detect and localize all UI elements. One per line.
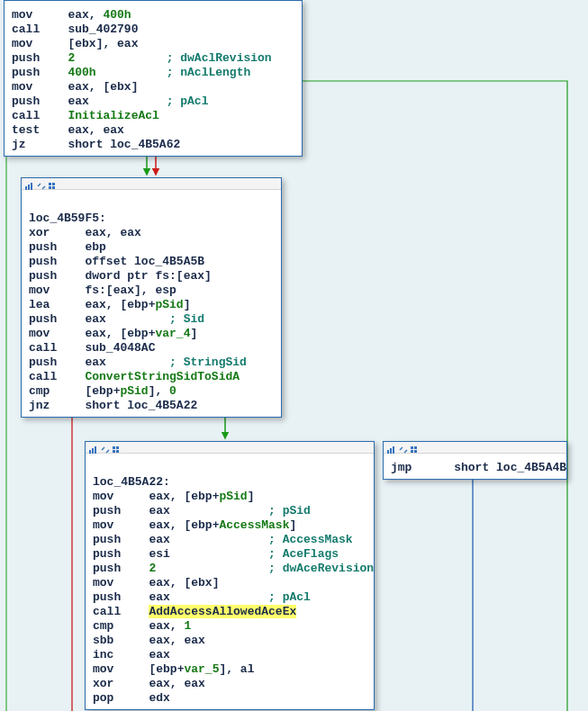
svg-rect-8 <box>92 448 94 454</box>
chart-icon <box>387 444 396 451</box>
svg-rect-16 <box>393 446 394 454</box>
chart-icon <box>89 444 98 451</box>
svg-rect-15 <box>390 448 392 454</box>
svg-rect-18 <box>414 446 417 449</box>
link-icon <box>399 444 408 451</box>
svg-rect-7 <box>89 450 91 454</box>
code-block-0-body: mov eax, 400h call sub_402790 mov [ebx],… <box>5 1 302 156</box>
grid-icon <box>113 444 122 451</box>
svg-rect-3 <box>49 183 51 185</box>
svg-rect-17 <box>411 446 413 449</box>
svg-rect-12 <box>113 450 115 453</box>
block-2-header <box>86 442 374 454</box>
svg-rect-0 <box>25 186 27 190</box>
svg-rect-19 <box>411 450 413 453</box>
code-block-2-body: loc_4B5A22: mov eax, [ebp+pSid] push eax… <box>86 454 374 709</box>
code-block-3[interactable]: jmp short loc_4B5A4B <box>383 441 567 480</box>
code-block-0[interactable]: mov eax, 400h call sub_402790 mov [ebx],… <box>4 0 303 157</box>
svg-rect-13 <box>116 450 119 453</box>
chart-icon <box>25 180 34 187</box>
link-icon <box>37 180 46 187</box>
svg-rect-14 <box>387 450 389 454</box>
link-icon <box>101 444 110 451</box>
svg-rect-1 <box>28 184 30 190</box>
code-block-1-body: loc_4B59F5: xor eax, eax push ebp push o… <box>22 190 281 417</box>
svg-rect-10 <box>113 446 115 449</box>
svg-rect-6 <box>52 186 55 189</box>
grid-icon <box>411 444 420 451</box>
code-block-3-body: jmp short loc_4B5A4B <box>384 454 566 479</box>
svg-rect-20 <box>414 450 417 453</box>
code-block-2[interactable]: loc_4B5A22: mov eax, [ebp+pSid] push eax… <box>85 441 375 710</box>
svg-rect-9 <box>95 446 96 454</box>
block-3-header <box>384 442 566 454</box>
svg-rect-11 <box>116 446 119 449</box>
svg-rect-4 <box>52 183 55 185</box>
code-block-1[interactable]: loc_4B59F5: xor eax, eax push ebp push o… <box>21 177 282 418</box>
block-1-header <box>22 178 281 190</box>
svg-rect-2 <box>31 183 32 190</box>
grid-icon <box>49 180 58 187</box>
svg-rect-5 <box>49 186 51 189</box>
